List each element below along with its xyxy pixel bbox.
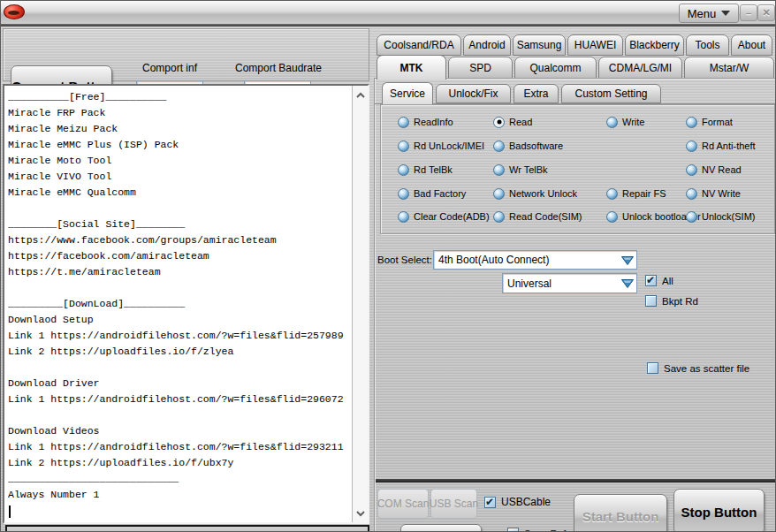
radio-icon	[606, 188, 618, 200]
miracle-logo-icon	[4, 4, 25, 19]
dropdown-arrow-icon	[619, 251, 636, 269]
radio-option-wr-telbk[interactable]: Wr TelBk	[493, 163, 548, 176]
tab-spd[interactable]: SPD	[448, 57, 513, 79]
tab-qualcomm[interactable]: Qualcomm	[514, 57, 597, 79]
minimize-button[interactable]: –	[740, 4, 757, 21]
boot-select-dropdown[interactable]: 4th Boot(Auto Connect)	[433, 250, 637, 270]
tab-android[interactable]: Android	[463, 34, 511, 56]
tab-blackberry[interactable]: Blackberry	[625, 34, 684, 56]
dropdown-arrow-icon	[619, 274, 636, 293]
radio-label: Write	[622, 117, 644, 127]
radio-label: Repair FS	[622, 188, 666, 199]
radio-label: NV Read	[702, 164, 742, 175]
radio-option-bad-factory[interactable]: Bad Factory	[398, 187, 466, 200]
radio-label: Read	[509, 117, 532, 127]
radio-label: Badsoftware	[509, 141, 563, 151]
radio-option-rd-unlock-imei[interactable]: Rd UnLock/IMEI	[398, 140, 484, 152]
agent-value: Universal	[503, 274, 619, 293]
radio-label: Bad Factory	[414, 188, 466, 199]
log-console[interactable]: __________[Free]__________ Miracle FRP P…	[3, 84, 369, 524]
radio-icon	[606, 117, 618, 128]
radio-option-readinfo[interactable]: ReadInfo	[398, 116, 453, 128]
tab-mstar-w[interactable]: Mstar/W	[684, 57, 774, 79]
tab-cdma-lg-mi[interactable]: CDMA/LG/MI	[598, 57, 682, 79]
radio-label: Unlock(SIM)	[702, 211, 756, 222]
radio-option-network-unlock[interactable]: Network Unlock	[493, 187, 577, 200]
baudrate-label: Comport Baudrate	[230, 62, 327, 74]
radio-option-read[interactable]: Read	[493, 116, 532, 128]
radio-icon	[493, 141, 505, 152]
radio-label: Read Code(SIM)	[509, 211, 582, 222]
scroll-down-icon[interactable]	[353, 505, 368, 521]
radio-label: Clear Code(ADB)	[414, 211, 490, 222]
menu-button[interactable]: Menu	[679, 4, 739, 23]
tab-tools[interactable]: Tools	[686, 34, 729, 56]
radio-icon	[493, 164, 505, 176]
chevron-down-icon	[721, 11, 730, 16]
tab-coolsand-rda[interactable]: Coolsand/RDA	[377, 34, 461, 56]
scrollbar[interactable]	[352, 86, 368, 522]
tab-unlock-fix[interactable]: Unlock/Fix	[436, 84, 511, 103]
comport-label: Comport inf	[126, 62, 214, 74]
radio-icon	[398, 141, 409, 152]
agent-dropdown[interactable]: Universal	[502, 273, 637, 293]
radio-label: NV Write	[702, 188, 741, 199]
radio-icon	[686, 211, 697, 223]
radio-option-rd-anti-theft[interactable]: Rd Anti-theft	[686, 140, 756, 152]
radio-icon	[686, 117, 697, 128]
operations-groupbox: ReadInfo Read Write Format Rd UnLock/IME…	[380, 104, 775, 234]
tab-samsung[interactable]: Samsung	[513, 34, 566, 56]
boot-select-value: 4th Boot(Auto Connect)	[434, 251, 619, 269]
scroll-up-icon[interactable]	[353, 87, 368, 103]
titlebar-separator	[1, 24, 776, 27]
radio-option-nv-write[interactable]: NV Write	[686, 187, 741, 200]
radio-label: Rd Anti-theft	[702, 141, 756, 151]
radio-icon	[686, 164, 697, 176]
radio-icon	[686, 141, 697, 152]
radio-icon	[493, 211, 505, 223]
radio-label: ReadInfo	[414, 117, 453, 127]
titlebar: Menu – ✕	[1, 1, 776, 25]
radio-label: Network Unlock	[509, 188, 577, 199]
radio-label: Rd UnLock/IMEI	[414, 141, 484, 151]
radio-icon	[398, 211, 409, 223]
radio-option-repair-fs[interactable]: Repair FS	[606, 187, 666, 200]
radio-icon	[686, 188, 697, 200]
close-button[interactable]: ✕	[757, 4, 775, 21]
log-output: __________[Free]__________ Miracle FRP P…	[8, 89, 350, 521]
radio-icon	[493, 188, 505, 200]
connect-panel: Connect Button Comport inf COM1 Comport …	[3, 28, 369, 81]
radio-icon	[606, 211, 618, 223]
lower-panel-edge	[5, 525, 369, 532]
radio-option-rd-telbk[interactable]: Rd TelBk	[398, 163, 453, 176]
radio-option-write[interactable]: Write	[606, 116, 644, 128]
radio-icon	[398, 164, 409, 176]
menu-button-label: Menu	[688, 7, 717, 20]
tab-service[interactable]: Service	[382, 82, 433, 104]
radio-label: Format	[702, 117, 733, 127]
tab-huawei[interactable]: HUAWEI	[567, 34, 623, 56]
radio-option-badsoftware[interactable]: Badsoftware	[493, 140, 563, 152]
radio-selected-icon	[493, 117, 505, 128]
tab-custom-setting[interactable]: Custom Setting	[561, 84, 661, 103]
radio-label: Rd TelBk	[414, 164, 453, 175]
radio-option-read-code-sim[interactable]: Read Code(SIM)	[493, 210, 582, 223]
tab-about[interactable]: About	[731, 34, 772, 56]
radio-option-format[interactable]: Format	[686, 116, 733, 128]
tab-extra[interactable]: Extra	[514, 84, 559, 103]
radio-label: Wr TelBk	[509, 164, 548, 175]
radio-icon	[398, 117, 409, 128]
radio-option-unlock-sim[interactable]: Unlock(SIM)	[686, 210, 756, 223]
text-cursor	[9, 505, 11, 518]
radio-option-nv-read[interactable]: NV Read	[686, 163, 742, 176]
app-window: Menu – ✕ Connect Button Comport inf COM1…	[0, 0, 776, 532]
radio-option-clear-code-adb[interactable]: Clear Code(ADB)	[398, 210, 490, 223]
tab-mtk[interactable]: MTK	[377, 55, 446, 80]
radio-icon	[398, 188, 409, 200]
